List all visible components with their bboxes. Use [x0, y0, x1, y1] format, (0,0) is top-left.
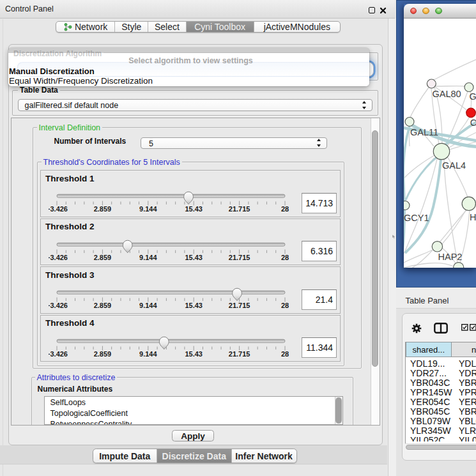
svg-text:15.43: 15.43 — [185, 253, 203, 261]
svg-text:9.144: 9.144 — [139, 349, 157, 357]
svg-text:GAL4: GAL4 — [442, 160, 466, 171]
svg-text:HAP2: HAP2 — [438, 251, 463, 261]
svg-text:−3.426: −3.426 — [49, 253, 68, 261]
svg-text:2.859: 2.859 — [93, 302, 111, 309]
svg-text:21.715: 21.715 — [228, 349, 250, 357]
svg-text:28: 28 — [280, 253, 288, 261]
svg-text:GAL80: GAL80 — [433, 88, 461, 98]
svg-text:C: C — [470, 118, 476, 128]
svg-text:−3.426: −3.426 — [49, 302, 68, 309]
svg-text:GAL11: GAL11 — [410, 127, 438, 137]
svg-text:28: 28 — [280, 349, 288, 357]
svg-text:15.43: 15.43 — [185, 302, 203, 309]
svg-text:2.859: 2.859 — [93, 349, 111, 357]
svg-text:9.144: 9.144 — [139, 253, 157, 261]
svg-text:9.144: 9.144 — [139, 302, 157, 309]
svg-text:−3.426: −3.426 — [49, 349, 68, 357]
svg-text:21.715: 21.715 — [228, 253, 250, 261]
svg-text:2.859: 2.859 — [93, 205, 111, 213]
svg-text:15.43: 15.43 — [185, 349, 203, 357]
svg-text:28: 28 — [280, 205, 288, 213]
svg-text:2.859: 2.859 — [93, 253, 111, 261]
svg-text:21.715: 21.715 — [228, 302, 250, 309]
svg-text:21.715: 21.715 — [228, 205, 250, 213]
svg-text:GCY1: GCY1 — [404, 213, 429, 223]
svg-text:9.144: 9.144 — [139, 205, 157, 213]
svg-text:−3.426: −3.426 — [49, 205, 68, 213]
svg-text:HI: HI — [470, 211, 476, 222]
svg-text:15.43: 15.43 — [185, 205, 203, 213]
svg-text:28: 28 — [280, 302, 288, 309]
svg-text:GA: GA — [469, 91, 476, 101]
